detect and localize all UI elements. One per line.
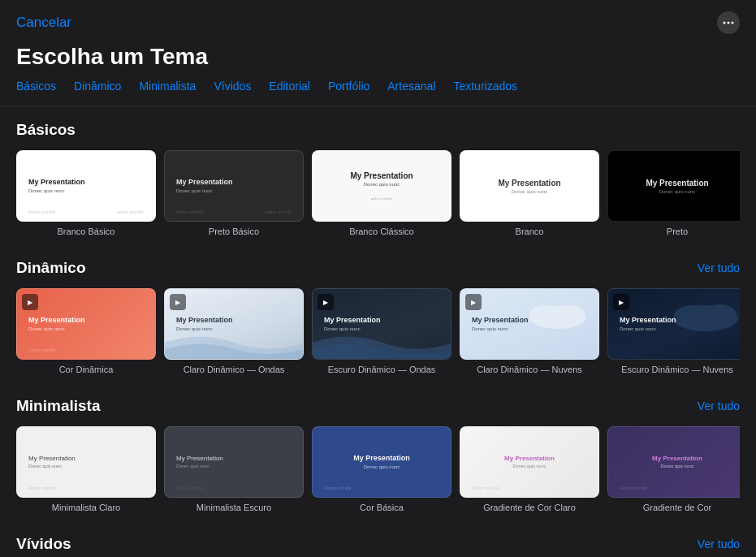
tab-portfolio[interactable]: Portfólio [328, 80, 369, 93]
tab-dinamico[interactable]: Dinâmico [74, 80, 121, 93]
templates-row-minimalista: My Presentation Donec quis nunc Author a… [16, 426, 740, 512]
template-label: Escuro Dinâmico — Ondas [328, 365, 436, 374]
section-basicos: Básicos My Presentation Donec quis nunc … [0, 106, 756, 244]
section-dinamico: Dinâmico Ver tudo ▶ My Presentation Done… [0, 244, 756, 382]
tab-vividos[interactable]: Vívidos [214, 80, 251, 93]
templates-row-dinamico: ▶ My Presentation Donec quis nunc Author… [16, 288, 740, 374]
template-label: Branco [516, 227, 544, 236]
template-claro-dinamico-nuvens[interactable]: ▶ My Presentation Donec quis nunc Claro … [460, 288, 599, 374]
template-label: Gradiente de Cor [643, 503, 711, 512]
tab-artesanal[interactable]: Artesanal [387, 80, 435, 93]
section-vividos: Vívidos Ver tudo MY PRESENTATION Vívido … [0, 520, 756, 557]
nav-tabs: Básicos Dinâmico Minimalista Vívidos Edi… [0, 80, 756, 106]
template-branco-basico[interactable]: My Presentation Donec quis nunc Author a… [16, 150, 156, 236]
more-button[interactable] [717, 11, 740, 34]
template-branco[interactable]: My Presentation Donec quis nunc Branco [460, 150, 599, 236]
template-gradiente-cor[interactable]: My Presentation Donec quis nunc Author a… [607, 426, 740, 512]
template-cor-dinamica[interactable]: ▶ My Presentation Donec quis nunc Author… [16, 288, 156, 374]
svg-point-0 [724, 22, 726, 24]
template-escuro-dinamico-ondas[interactable]: ▶ My Presentation Donec quis nunc Escuro… [312, 288, 451, 374]
template-label: Claro Dinâmico — Nuvens [477, 365, 582, 374]
section-title-minimalista: Minimalista [16, 397, 100, 415]
see-all-vividos[interactable]: Ver tudo [698, 538, 740, 551]
template-minimalista-claro[interactable]: My Presentation Donec quis nunc Author a… [16, 426, 156, 512]
template-minimalista-escuro[interactable]: My Presentation Donec quis nunc Author a… [164, 426, 304, 512]
section-header-basicos: Básicos [16, 121, 740, 139]
template-label: Minimalista Escuro [197, 503, 271, 512]
svg-point-1 [728, 22, 730, 24]
section-header-dinamico: Dinâmico Ver tudo [16, 259, 740, 277]
template-label: Preto [667, 227, 688, 236]
page-title: Escolha um Tema [0, 41, 756, 80]
template-branco-classico[interactable]: My Presentation Donec quis nunc author a… [312, 150, 451, 236]
svg-point-2 [732, 22, 734, 24]
template-label: Cor Dinâmica [59, 365, 114, 374]
template-cor-basica[interactable]: My Presentation Donec quis nunc Author a… [312, 426, 451, 512]
section-header-vividos: Vívidos Ver tudo [16, 535, 740, 553]
template-label: Branco Clássico [349, 227, 413, 236]
templates-row-basicos: My Presentation Donec quis nunc Author a… [16, 150, 740, 236]
section-title-vividos: Vívidos [16, 535, 71, 553]
see-all-minimalista[interactable]: Ver tudo [698, 399, 740, 412]
template-gradiente-claro[interactable]: My Presentation Donec quis nunc Author a… [460, 426, 599, 512]
section-minimalista: Minimalista Ver tudo My Presentation Don… [0, 382, 756, 520]
template-preto-basico[interactable]: My Presentation Donec quis nunc Author a… [164, 150, 304, 236]
template-label: Cor Básica [360, 503, 404, 512]
see-all-dinamico[interactable]: Ver tudo [698, 261, 740, 274]
template-label: Claro Dinâmico — Ondas [184, 365, 285, 374]
template-label: Preto Básico [209, 227, 259, 236]
template-claro-dinamico-ondas[interactable]: ▶ My Presentation Donec quis nunc Claro … [164, 288, 304, 374]
template-label: Gradiente de Cor Claro [483, 503, 576, 512]
section-title-dinamico: Dinâmico [16, 259, 86, 277]
tab-texturizados[interactable]: Texturizados [453, 80, 517, 93]
top-bar: Cancelar [0, 0, 756, 41]
template-preto[interactable]: My Presentation Donec quis nunc Preto [607, 150, 740, 236]
tab-basicos[interactable]: Básicos [16, 80, 56, 93]
section-header-minimalista: Minimalista Ver tudo [16, 397, 740, 415]
template-label: Escuro Dinâmico — Nuvens [621, 365, 733, 374]
section-title-basicos: Básicos [16, 121, 76, 139]
template-label: Minimalista Claro [52, 503, 120, 512]
tab-minimalista[interactable]: Minimalista [139, 80, 196, 93]
tab-editorial[interactable]: Editorial [269, 80, 310, 93]
template-escuro-dinamico-nuvens[interactable]: ▶ My Presentation Donec quis nunc Escuro… [607, 288, 740, 374]
cancel-button[interactable]: Cancelar [16, 15, 71, 31]
template-label: Branco Básico [58, 227, 115, 236]
